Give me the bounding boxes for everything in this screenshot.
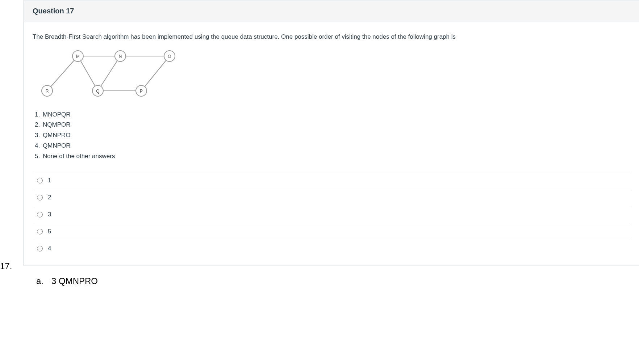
answer-text: 3 QMNPRO [51, 276, 98, 286]
svg-line-2 [78, 56, 98, 91]
option-text: MNOPQR [43, 110, 71, 120]
graph-node-r: R [42, 85, 53, 96]
svg-text:Q: Q [96, 89, 99, 94]
outer-question-number: 17. [0, 261, 12, 271]
radio-label: 1 [48, 177, 51, 184]
option-number: 5. [35, 151, 43, 162]
question-header: Question 17 [24, 0, 639, 22]
graph-node-p: P [136, 85, 147, 96]
radio-choice-5[interactable]: 5 [33, 223, 630, 240]
question-body: The Breadth-First Search algorithm has b… [24, 22, 639, 266]
option-number: 2. [35, 120, 43, 130]
question-card: Question 17 The Breadth-First Search alg… [24, 0, 639, 266]
radio-input[interactable] [37, 229, 43, 234]
question-text: The Breadth-First Search algorithm has b… [33, 32, 630, 42]
svg-line-0 [47, 56, 78, 91]
option-item: 5. None of the other answers [35, 151, 630, 162]
svg-text:R: R [46, 89, 49, 94]
radio-choice-2[interactable]: 2 [33, 189, 630, 206]
option-number: 4. [35, 141, 43, 151]
svg-text:N: N [119, 54, 122, 59]
radio-choice-1[interactable]: 1 [33, 172, 630, 189]
graph-node-q: Q [92, 85, 103, 96]
radio-choices: 1 2 3 5 4 [33, 172, 630, 257]
radio-input[interactable] [37, 178, 43, 183]
radio-label: 2 [48, 194, 51, 201]
radio-choice-4[interactable]: 4 [33, 240, 630, 257]
radio-input[interactable] [37, 212, 43, 217]
option-text: QMNPRO [43, 130, 71, 141]
option-text: NQMPOR [43, 120, 71, 130]
radio-label: 4 [48, 245, 51, 252]
svg-line-6 [141, 56, 170, 91]
radio-label: 5 [48, 228, 51, 235]
radio-input[interactable] [37, 246, 43, 251]
bottom-answer: a. 3 QMNPRO [36, 276, 639, 286]
svg-text:P: P [140, 89, 143, 94]
option-text: QMNPOR [43, 141, 71, 151]
option-item: 3. QMNPRO [35, 130, 630, 141]
graph-node-n: N [115, 51, 126, 62]
radio-input[interactable] [37, 195, 43, 200]
svg-line-3 [98, 56, 120, 91]
answer-options-list: 1. MNOPQR 2. NQMPOR 3. QMNPRO 4. QMNPOR … [35, 110, 630, 162]
graph-node-m: M [72, 51, 83, 62]
option-item: 2. NQMPOR [35, 120, 630, 130]
svg-text:O: O [168, 54, 171, 59]
radio-choice-3[interactable]: 3 [33, 206, 630, 223]
option-number: 1. [35, 110, 43, 120]
option-text: None of the other answers [43, 151, 115, 162]
question-title: Question 17 [33, 7, 630, 15]
answer-letter: a. [36, 276, 45, 286]
graph-node-o: O [164, 51, 175, 62]
option-item: 1. MNOPQR [35, 110, 630, 120]
option-number: 3. [35, 130, 43, 141]
radio-label: 3 [48, 211, 51, 218]
svg-text:M: M [76, 54, 80, 59]
option-item: 4. QMNPOR [35, 141, 630, 151]
graph-diagram: M N O R Q P [36, 47, 181, 102]
